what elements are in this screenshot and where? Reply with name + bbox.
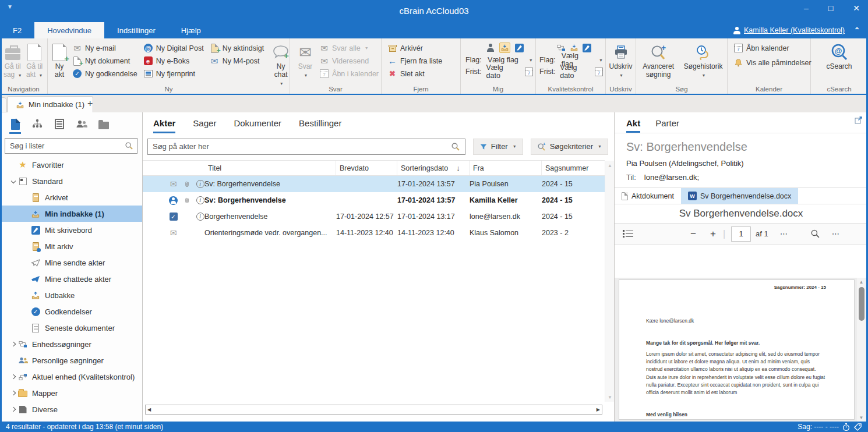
- list-tab-bestillinger[interactable]: Bestillinger: [299, 118, 341, 133]
- sidebar-item-standard[interactable]: Standard: [0, 173, 142, 189]
- list-tab-dokumenter[interactable]: Dokumenter: [234, 118, 281, 133]
- view-report-button[interactable]: [52, 117, 66, 131]
- menu-tab-indstillinger[interactable]: Indstillinger: [104, 22, 168, 38]
- sidebar-item-mit-skrivebord[interactable]: Mit skrivebord: [0, 222, 142, 238]
- new-digital-post-button[interactable]: @Ny Digital Post: [143, 43, 204, 54]
- sidebar-item-mapper[interactable]: Mapper: [0, 385, 142, 401]
- scroll-left-arrow[interactable]: ◀: [147, 407, 151, 412]
- my-deadline-select[interactable]: Vælg dato: [486, 63, 517, 80]
- new-fjernprint-button[interactable]: Ny fjernprint: [143, 68, 204, 79]
- show-reminders-button[interactable]: Vis alle påmindelser: [733, 57, 811, 68]
- my-inbox-toggle-icon[interactable]: [499, 43, 510, 53]
- my-desktop-toggle-icon[interactable]: [515, 44, 524, 52]
- info-icon[interactable]: i: [196, 180, 204, 188]
- list-vertical-scrollbar[interactable]: ▲ ▼: [605, 161, 614, 402]
- stopwatch-icon[interactable]: [842, 423, 851, 431]
- chevron-right-icon[interactable]: [11, 407, 16, 412]
- unit-org-icon[interactable]: [557, 44, 566, 52]
- my-flag-select[interactable]: Vælg flag: [488, 56, 518, 64]
- detail-tab-parter[interactable]: Parter: [655, 118, 679, 133]
- new-m4post-button[interactable]: ✉Ny M4-post: [210, 55, 264, 66]
- scroll-up-arrow[interactable]: ▲: [857, 278, 866, 286]
- sidebar-item-aktuel-enhed[interactable]: Aktuel enhed (Kvalitetskontrol): [0, 369, 142, 385]
- me-person-icon[interactable]: [486, 44, 495, 52]
- add-tab-button[interactable]: +: [87, 98, 93, 109]
- list-horizontal-scrollbar[interactable]: ◀ ▶: [145, 405, 602, 415]
- sidebar-search-input[interactable]: [10, 142, 125, 150]
- scroll-down-arrow[interactable]: ▼: [857, 413, 866, 422]
- my-flag-dropdown-icon[interactable]: ▼: [529, 58, 533, 62]
- archive-button[interactable]: Arkivér: [387, 43, 442, 54]
- zoom-in-button[interactable]: +: [703, 228, 723, 240]
- sidebar-item-min-indbakke[interactable]: Min indbakke (1): [0, 206, 142, 222]
- sidebar-item-mine-chattede-akter[interactable]: Mine chattede akter: [0, 271, 142, 287]
- my-deadline-calendar-icon[interactable]: 7: [525, 68, 533, 76]
- goto-record-button[interactable]: Gå tilakt ▼: [24, 41, 45, 79]
- close-button[interactable]: ✕: [853, 3, 860, 13]
- column-sorteringsdato[interactable]: Sorteringsdato↓: [397, 161, 470, 175]
- unit-inbox-toggle-icon[interactable]: [570, 44, 578, 52]
- unit-deadline-calendar-icon[interactable]: 7: [595, 68, 603, 76]
- unit-desktop-toggle-icon[interactable]: [583, 44, 591, 52]
- sidebar-item-udbakke[interactable]: Udbakke: [0, 287, 142, 303]
- search-criteria-button[interactable]: + Søgekriterier▼: [531, 139, 608, 155]
- advanced-search-button[interactable]: + Avanceretsøgning: [638, 41, 678, 79]
- remove-from-list-button[interactable]: ←Fjern fra liste: [387, 55, 442, 66]
- tag-icon[interactable]: [853, 423, 862, 431]
- unit-flag-dropdown-icon[interactable]: ▼: [599, 58, 603, 62]
- menu-tab-hovedvindue[interactable]: Hovedvindue: [34, 22, 104, 38]
- info-icon[interactable]: i: [196, 213, 204, 221]
- sidebar-item-mine-sendte-akter[interactable]: Mine sendte akter: [0, 254, 142, 271]
- document-search-icon[interactable]: [810, 229, 820, 239]
- new-email-button[interactable]: ✉Ny e-mail: [72, 43, 137, 54]
- chevron-right-icon[interactable]: [11, 342, 16, 346]
- sidebar-item-diverse[interactable]: Diverse: [0, 401, 142, 417]
- current-user-link[interactable]: Kamilla Keller (Kvalitetskontrol): [744, 26, 845, 34]
- doc-tab-attachment[interactable]: W Sv Borgerhenvendelse.docx: [681, 188, 798, 204]
- search-history-button[interactable]: Søgehistorik▼: [682, 41, 725, 79]
- list-tab-akter[interactable]: Akter: [153, 118, 175, 133]
- column-sagsnummer[interactable]: Sagsnummer: [542, 161, 605, 175]
- zoom-out-button[interactable]: −: [683, 228, 703, 240]
- view-lists-button[interactable]: [8, 117, 22, 131]
- more-tools-icon[interactable]: ⋯: [826, 229, 846, 238]
- record-search-input[interactable]: [153, 142, 451, 151]
- workspace-tab-min-indbakke[interactable]: Min indbakke (1): [7, 96, 93, 112]
- chevron-right-icon[interactable]: [11, 391, 16, 395]
- new-record-button[interactable]: + Nyakt: [52, 41, 66, 79]
- new-chat-button[interactable]: + Nychat ▼: [272, 41, 290, 87]
- outline-toggle-icon[interactable]: [623, 230, 633, 238]
- sidebar-item-favoritter[interactable]: ★Favoritter: [0, 157, 142, 173]
- sidebar-item-seneste-dokumenter[interactable]: Seneste dokumenter: [0, 320, 142, 336]
- column-fra[interactable]: Fra: [470, 161, 542, 175]
- scroll-up-arrow[interactable]: ▲: [605, 161, 615, 170]
- open-in-calendar-button[interactable]: 7Åbn i kalender: [319, 68, 379, 79]
- view-folders-button[interactable]: [97, 117, 111, 131]
- sidebar-item-mit-arkiv[interactable]: Mit arkiv: [0, 238, 142, 254]
- record-row[interactable]: ✓ i Borgerhenvendelse 17-01-2024 12:57 1…: [143, 208, 605, 225]
- record-row[interactable]: ✉ Orienteringsmøde vedr. overgangen... 1…: [143, 225, 605, 241]
- reply-button[interactable]: ✉ Svar▼: [294, 41, 317, 79]
- csearch-button[interactable]: @ cSearch: [821, 41, 858, 70]
- scrollbar-thumb[interactable]: [859, 287, 865, 321]
- view-org-button[interactable]: [30, 117, 44, 131]
- preview-scrollbar[interactable]: ▲ ▼: [857, 278, 866, 422]
- new-document-button[interactable]: +Nyt dokument: [72, 55, 137, 66]
- column-titel[interactable]: Titel: [204, 161, 336, 175]
- filter-button[interactable]: Filter▼: [473, 139, 523, 155]
- open-calendar-button[interactable]: 7Åbn kalender: [733, 43, 811, 54]
- sidebar-item-enhedssogninger[interactable]: Enhedssøgninger: [0, 336, 142, 352]
- scroll-right-arrow[interactable]: ▶: [597, 407, 600, 412]
- page-number-input[interactable]: [731, 226, 751, 242]
- scroll-down-arrow[interactable]: ▼: [605, 392, 615, 402]
- more-options-icon[interactable]: ⋯: [774, 229, 794, 238]
- chevron-right-icon[interactable]: [11, 374, 16, 379]
- new-approval-button[interactable]: ✓Ny godkendelse: [72, 68, 137, 79]
- minimize-button[interactable]: –: [804, 3, 809, 13]
- menu-tab-f2[interactable]: F2: [0, 22, 34, 38]
- record-row[interactable]: ✉ i Sv: Borgerhenvendelse 17-01-2024 13:…: [143, 176, 605, 192]
- reply-all-button[interactable]: ✉Svar alle▼: [319, 43, 379, 54]
- forward-button[interactable]: ✉Videresend: [319, 55, 379, 66]
- menu-tab-hjaelp[interactable]: Hjælp: [168, 22, 214, 38]
- collapse-ribbon-icon[interactable]: ⌃: [854, 26, 860, 34]
